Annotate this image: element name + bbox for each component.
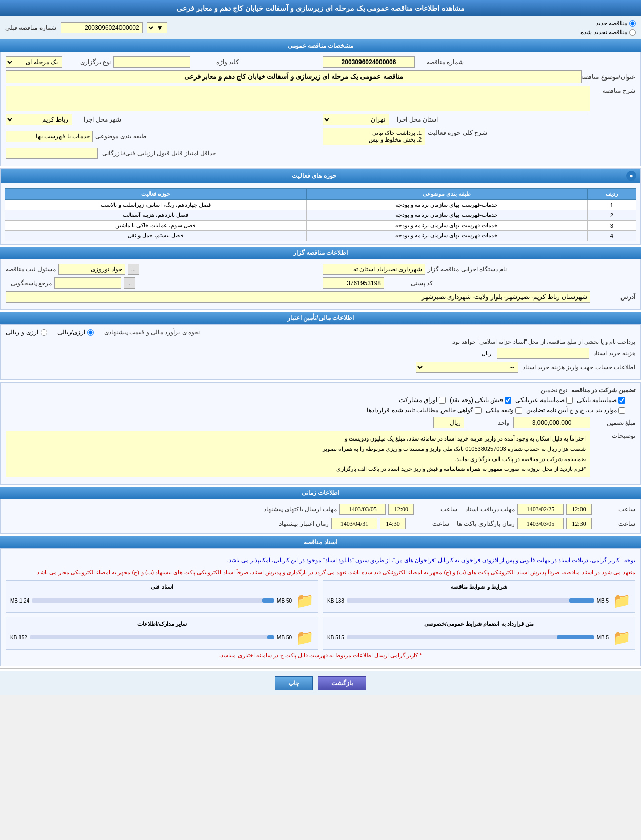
cell-category: خدمات-فهرست بهای سازمان برنامه و بودجه [306, 210, 587, 221]
payment-note: پرداخت تام و یا بخشی از مبلغ مناقصه، از … [451, 338, 635, 345]
guarantee-property-checkbox[interactable] [515, 407, 522, 414]
category-input[interactable] [6, 131, 93, 142]
col-id: ردیف [587, 189, 636, 200]
validity-label: زمان اعتبار پیشنهاد [279, 520, 329, 527]
max-score-label: حداقل امتیاز قابل قبول ارزیابی فنی/بازرگ… [102, 150, 216, 157]
postal-input[interactable] [323, 277, 384, 289]
col-category: طبقه بندی موضوعی [306, 189, 587, 200]
riyal-foreign-radio[interactable] [41, 329, 47, 336]
offer-send-date-input[interactable] [339, 504, 386, 515]
ref-input[interactable] [54, 277, 121, 289]
cell-category: خدمات-فهرست بهای سازمان برنامه و بودجه [306, 231, 587, 241]
tender-type-select[interactable]: یک مرحله ای [6, 56, 62, 68]
renew-tender-radio-item[interactable]: مناقصه تجدید شده [580, 29, 636, 36]
tender-type-label: نوع برگزاری [65, 58, 111, 66]
document-section-body: توجه : کاربر گرامی، دریافت اسناد در مهلت… [0, 548, 641, 666]
packet-receive-time-label: ساعت [594, 520, 635, 527]
address-input[interactable] [6, 291, 590, 303]
amount-value: 3,000,000,000 [513, 417, 590, 428]
col-activity: حوزه فعالیت [5, 189, 307, 200]
keyword-input[interactable] [113, 56, 190, 68]
guarantee-bank-checkbox[interactable] [618, 397, 625, 404]
prev-tender-select[interactable]: ▼ [147, 22, 167, 33]
doc-receive-time-input[interactable] [566, 504, 592, 515]
renew-tender-radio[interactable] [629, 29, 636, 36]
unit-input[interactable] [433, 417, 464, 428]
guarantee-bank-label: ضمانتنامه بانکی [577, 396, 617, 404]
packet-receive-date-input[interactable] [517, 518, 564, 529]
offer-send-time-input[interactable] [388, 504, 414, 515]
att-row-3: 📁 5 MB 515 KB [327, 629, 631, 646]
scope-item-1: 1. برداشت خاک تباتی [326, 130, 422, 136]
cell-activity: فصل بیستم، حمل و نقل [5, 231, 307, 241]
tender-number-label: شماره مناقصه [417, 58, 464, 66]
validity-date-input[interactable] [331, 518, 377, 529]
guarantee-note-label: نوع تضمین [526, 387, 567, 394]
account-label: اطلاعات حساب جهت واریز هزینه خرید اسناد [523, 364, 635, 371]
province-select[interactable]: تهران [323, 114, 389, 125]
guarantee-options: ضمانتنامه بانکی ضمانتنامه غیربانکی فیش ب… [6, 396, 625, 404]
att-title-1: شرایط و ضوابط مناقصه [327, 584, 631, 590]
packet-receive-time-input[interactable] [566, 518, 592, 529]
print-button[interactable]: چاپ [275, 676, 313, 690]
guarantee-options-2: موارد بند ب، ج و خ آیین نامه تضامین وثیق… [6, 407, 625, 414]
guarantee-bond-checkbox[interactable] [439, 397, 446, 404]
resp-ellipsis-btn[interactable]: ... [128, 264, 139, 275]
guarantee-cert-check[interactable]: گواهی خالص مطالبات تایید شده قراردادها [367, 407, 482, 414]
cell-activity: فصل سوم، عملیات خاکی با ماشین [5, 221, 307, 231]
postal-label: کد پستی [387, 279, 433, 287]
guarantee-rules-check[interactable]: موارد بند ب، ج و خ آیین نامه تضامین [526, 407, 625, 414]
new-tender-radio[interactable] [629, 20, 636, 27]
prev-tender-number-input[interactable] [61, 22, 143, 33]
financial-section-body: نحوه ی برآورد مالی و قیمت پیشنهادی ارزی/… [0, 324, 641, 380]
activities-toggle[interactable]: ● [626, 171, 636, 181]
table-row: 1 خدمات-فهرست بهای سازمان برنامه و بودجه… [5, 200, 636, 210]
guarantee-bank-check[interactable]: ضمانتنامه بانکی [577, 396, 625, 404]
validity-time-input[interactable] [380, 518, 406, 529]
guarantee-cash-checkbox[interactable] [505, 397, 511, 404]
desc-textarea[interactable] [6, 86, 590, 111]
timing-section-body: ساعت مهلت دریافت اسناد ساعت مهلت ارسال ب… [0, 499, 641, 534]
max-score-input[interactable] [6, 148, 98, 159]
account-select[interactable]: -- [416, 362, 518, 373]
ref-ellipsis-btn[interactable]: ... [124, 277, 135, 289]
guarantee-property-label: وثیقه ملکی [486, 407, 514, 414]
province-label: استان محل اجرا [392, 116, 438, 123]
renew-tender-label: مناقصه تجدید شده [580, 29, 627, 36]
doc-receive-date-input[interactable] [517, 504, 564, 515]
back-button[interactable]: بازگشت [318, 676, 366, 690]
financial-calc-label: نحوه ی برآورد مالی و قیمت پیشنهادی [104, 329, 200, 336]
keyword-label: کلید واژه [193, 58, 239, 66]
doc-fee-input[interactable] [497, 348, 589, 359]
doc-receive-time-label: ساعت [594, 506, 635, 513]
unit-label: واحد [468, 419, 509, 426]
action-buttons: بازگشت چاپ [0, 671, 641, 695]
resp-input[interactable] [58, 264, 125, 275]
riyal-only-label: ارزی/ریالی [57, 329, 85, 336]
att-icon-1: 📁 [613, 592, 631, 609]
cell-id: 2 [587, 210, 636, 221]
riyal-foreign-radio-item[interactable]: ارزی و ریالی [6, 329, 47, 336]
new-tender-radio-item[interactable]: مناقصه جدید [580, 19, 636, 27]
scope-value: 1. برداشت خاک تباتی 2. پخش مخلوط و بیس [323, 128, 425, 145]
att-row-1: 📁 5 MB 138 KB [327, 592, 631, 609]
guarantee-property-check[interactable]: وثیقه ملکی [486, 407, 522, 414]
riyal-only-radio-item[interactable]: ارزی/ریالی [57, 329, 94, 336]
ref-label: مرجع پاسخگویی [6, 279, 52, 287]
org-name-input[interactable] [323, 264, 425, 275]
tender-type-radio-group: مناقصه جدید مناقصه تجدید شده [580, 19, 636, 36]
city-select[interactable]: رباط کریم [6, 114, 72, 125]
page-title: مشاهده اطلاعات مناقصه عمومی یک مرحله ای … [0, 0, 641, 16]
riyal-only-radio[interactable] [87, 329, 94, 336]
att-progress-4: 50 MB 152 KB [10, 635, 292, 641]
guarantee-cert-checkbox[interactable] [475, 407, 482, 414]
guarantee-cash-check[interactable]: فیش بانکی (وجه نقد) [450, 396, 511, 404]
guarantee-bond-check[interactable]: اوراق مشارکت [399, 396, 446, 404]
guarantee-nonbank-checkbox[interactable] [566, 397, 573, 404]
guarantee-rules-checkbox[interactable] [618, 407, 625, 414]
table-row: 3 خدمات-فهرست بهای سازمان برنامه و بودجه… [5, 221, 636, 231]
guarantee-nonbank-check[interactable]: ضمانتنامه غیربانکی [515, 396, 572, 404]
riyal-foreign-label: ارزی و ریالی [6, 329, 38, 336]
offer-send-label: مهلت ارسال باکتهای پیشنهاد [264, 506, 337, 513]
tender-number-input[interactable] [323, 56, 415, 68]
